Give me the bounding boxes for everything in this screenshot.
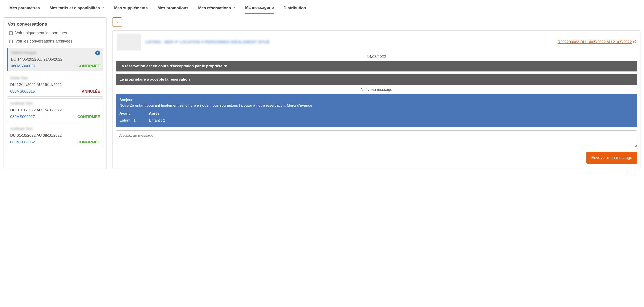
- chevron-down-icon: [232, 6, 235, 11]
- checkbox-icon[interactable]: [9, 31, 13, 35]
- conversation-name: Valérie Hougas: [11, 51, 100, 55]
- conversation-item[interactable]: multihab Test DU 01/10/2022 AU 08/10/202…: [7, 124, 104, 147]
- tab-label: Mes promotions: [158, 6, 188, 11]
- filter-unread[interactable]: Voir uniquement les non-lues: [4, 29, 106, 37]
- thread-header: LISTING - MER 4* LOCATION 4 PERSONNES ID…: [116, 34, 637, 52]
- unread-badge: 1: [95, 51, 100, 56]
- conversation-name: Solde Test: [10, 76, 100, 80]
- system-message: Le propriétaire a accepté la réservation: [116, 74, 637, 85]
- system-message: La réservation est en cours d'acceptatio…: [116, 61, 637, 72]
- tab-reservations[interactable]: Mes réservations: [198, 5, 236, 14]
- change-after: Après Enfant : 2: [149, 111, 165, 123]
- after-label: Après: [149, 111, 165, 116]
- filter-label: Voir les conversations archivées: [15, 39, 72, 44]
- conversation-dates: DU 12/11/2022 AU 19/11/2022: [10, 83, 100, 87]
- conversation-dates: DU 01/10/2022 AU 15/10/2022: [10, 108, 100, 112]
- property-thumbnail: [117, 34, 141, 51]
- compose-input[interactable]: [116, 130, 637, 147]
- status-badge: CONFIRMÉE: [78, 140, 100, 144]
- chevron-down-icon: [101, 6, 104, 11]
- status-badge: ANNULÉE: [82, 89, 100, 94]
- conversation-item[interactable]: multihab Test DU 01/10/2022 AU 15/10/202…: [7, 98, 104, 122]
- conversation-name: multihab Test: [10, 101, 100, 106]
- newmsg-label: Nouveau message: [361, 88, 392, 92]
- tab-label: Ma messagerie: [245, 5, 274, 10]
- svg-line-0: [634, 41, 636, 42]
- tab-promotions[interactable]: Mes promotions: [157, 5, 189, 14]
- newmsg-separator: Nouveau message: [116, 88, 637, 92]
- reservation-link-label: R202200063 DU 14/05/2022 AU 21/05/2022: [558, 40, 632, 44]
- top-nav: Mes paramètres Mes tarifs et disponibili…: [4, 0, 640, 14]
- conversation-dates: DU 14/05/2022 AU 21/05/2022: [11, 57, 100, 62]
- before-label: Avant: [120, 111, 136, 116]
- tab-parametres[interactable]: Mes paramètres: [9, 5, 40, 14]
- conversation-item[interactable]: Solde Test DU 12/11/2022 AU 19/11/2022 0…: [7, 73, 104, 97]
- back-button[interactable]: [112, 17, 122, 27]
- tab-label: Mes suppléments: [114, 6, 148, 11]
- sidebar-title: Vos conversations: [4, 22, 106, 29]
- filter-label: Voir uniquement les non-lues: [15, 31, 67, 35]
- date-label: 14/03/2022: [367, 55, 386, 59]
- conversation-list: Valérie Hougas 1 DU 14/05/2022 AU 21/05/…: [4, 48, 106, 147]
- tab-distribution[interactable]: Distribution: [283, 5, 306, 14]
- tab-tarifs[interactable]: Mes tarifs et disponibilités: [49, 5, 105, 14]
- status-badge: CONFIRMÉE: [78, 115, 100, 119]
- tab-label: Mes paramètres: [9, 6, 40, 11]
- send-button[interactable]: Envoyer mon message: [586, 152, 637, 164]
- conversations-sidebar: Vos conversations Voir uniquement les no…: [4, 17, 107, 169]
- conversation-item[interactable]: Valérie Hougas 1 DU 14/05/2022 AU 21/05/…: [7, 48, 104, 71]
- before-value: Enfant : 1: [120, 118, 136, 123]
- tab-messagerie[interactable]: Ma messagerie: [244, 5, 274, 14]
- thread-panel: LISTING - MER 4* LOCATION 4 PERSONNES ID…: [112, 30, 640, 169]
- conversation-name: multihab Test: [10, 127, 100, 131]
- chevron-left-icon: [116, 20, 119, 25]
- tab-label: Distribution: [284, 6, 306, 11]
- tab-label: Mes réservations: [198, 6, 231, 11]
- conversation-ref: 080MS000027: [10, 115, 35, 119]
- date-separator: 14/03/2022: [116, 55, 637, 59]
- message-body: Bonjour, Notre 2e enfant pouvant finalem…: [120, 97, 634, 108]
- checkbox-icon[interactable]: [9, 40, 13, 43]
- reservation-link[interactable]: R202200063 DU 14/05/2022 AU 21/05/2022: [558, 40, 636, 44]
- thread-pane: LISTING - MER 4* LOCATION 4 PERSONNES ID…: [112, 17, 640, 169]
- customer-message: Bonjour, Notre 2e enfant pouvant finalem…: [116, 94, 637, 127]
- filter-archived[interactable]: Voir les conversations archivées: [4, 37, 106, 46]
- change-before: Avant Enfant : 1: [120, 111, 136, 123]
- conversation-dates: DU 01/10/2022 AU 08/10/2022: [10, 133, 100, 138]
- status-badge: CONFIRMÉE: [78, 64, 100, 68]
- conversation-ref: 080MS000015: [10, 89, 35, 94]
- external-link-icon: [633, 40, 636, 44]
- tab-label: Mes tarifs et disponibilités: [50, 6, 100, 11]
- conversation-ref: 080MS000062: [10, 140, 35, 144]
- tab-supplements[interactable]: Mes suppléments: [114, 5, 148, 14]
- property-title: LISTING - MER 4* LOCATION 4 PERSONNES ID…: [145, 40, 270, 45]
- conversation-ref: 080MS000027: [11, 64, 36, 68]
- after-value: Enfant : 2: [149, 118, 165, 123]
